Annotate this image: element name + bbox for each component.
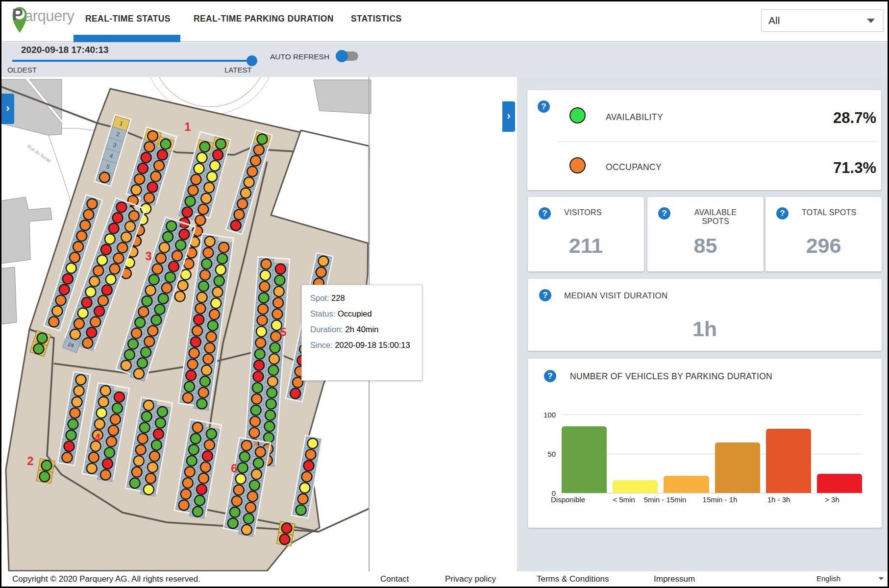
- svg-text:15min - 1h: 15min - 1h: [703, 495, 738, 504]
- svg-text:1: 1: [184, 120, 191, 133]
- svg-text:2: 2: [27, 454, 33, 467]
- svg-text:5: 5: [280, 325, 286, 339]
- svg-text:< 5min: < 5min: [613, 495, 635, 504]
- svg-text:arquery: arquery: [25, 7, 75, 24]
- svg-text:4: 4: [94, 431, 101, 444]
- svg-text:50: 50: [547, 450, 556, 458]
- svg-text:> 3h: > 3h: [825, 495, 840, 504]
- svg-text:P: P: [12, 5, 23, 24]
- svg-text:3: 3: [145, 249, 151, 263]
- svg-text:Disponible: Disponible: [551, 495, 585, 504]
- svg-text:1h - 3h: 1h - 3h: [767, 495, 790, 504]
- svg-text:6: 6: [231, 462, 237, 475]
- svg-text:100: 100: [543, 411, 556, 419]
- svg-text:5min - 15min: 5min - 15min: [644, 495, 687, 504]
